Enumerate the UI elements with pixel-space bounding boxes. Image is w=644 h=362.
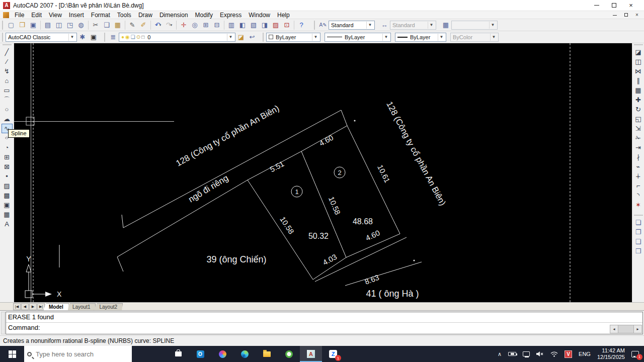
- menu-draw[interactable]: Draw: [135, 11, 156, 19]
- plot-button[interactable]: ▤: [42, 20, 53, 30]
- text-style-select[interactable]: Standard ▼: [329, 21, 375, 30]
- publish-button[interactable]: ◳: [64, 20, 75, 30]
- block-editor-button[interactable]: ✐: [138, 20, 149, 30]
- polyline-button[interactable]: ↯: [2, 66, 13, 76]
- tool-palettes-button[interactable]: ▧: [248, 20, 259, 30]
- layer-select[interactable]: ●◉❏⊙□ 0 ▼: [119, 33, 235, 42]
- make-block-button[interactable]: ⊠: [2, 162, 13, 171]
- polygon-button[interactable]: ⌂: [2, 76, 13, 85]
- mdi-minimize-button[interactable]: [612, 12, 618, 18]
- tab-model[interactable]: Model: [43, 303, 69, 310]
- zoom-window-button[interactable]: ⊞: [200, 20, 211, 30]
- move-button[interactable]: ✚: [633, 95, 644, 105]
- copy-clip-button[interactable]: ❑: [101, 20, 112, 30]
- join-button[interactable]: ∔: [633, 171, 644, 181]
- copy-button[interactable]: ◫: [633, 57, 644, 66]
- toolbar-grip[interactable]: [314, 21, 316, 30]
- toolbar-grip[interactable]: [263, 33, 265, 42]
- open-button[interactable]: ❒: [17, 20, 28, 30]
- cut-button[interactable]: ✂: [90, 20, 101, 30]
- save-workspace-button[interactable]: ▣: [88, 32, 99, 42]
- match-properties-button[interactable]: ✎: [127, 20, 138, 30]
- tab-nav-1[interactable]: ◀: [21, 303, 29, 310]
- bring-to-front-button[interactable]: ❏: [633, 218, 644, 227]
- fillet-button[interactable]: ◝: [633, 191, 644, 200]
- notification-center-icon[interactable]: 1: [631, 351, 639, 357]
- pan-realtime-button[interactable]: ✛: [178, 20, 189, 30]
- tab-nav-3[interactable]: ▶|: [37, 303, 45, 310]
- taskbar-zalo-button[interactable]: Z1: [322, 346, 344, 362]
- plot-preview-button[interactable]: ◫: [53, 20, 64, 30]
- mdi-close-button[interactable]: ×: [634, 12, 640, 18]
- line-button[interactable]: ╱: [2, 47, 13, 57]
- rotate-button[interactable]: ↻: [633, 105, 644, 114]
- linetype-select[interactable]: ByLayer ▼: [325, 33, 391, 42]
- dropdown-arrow-icon[interactable]: ▾: [171, 23, 173, 27]
- toolbar-grip[interactable]: [634, 44, 643, 46]
- ellipse-arc-button[interactable]: ◔: [2, 143, 13, 152]
- display-cast-icon[interactable]: [523, 351, 530, 356]
- sheet-set-manager-button[interactable]: ◨: [259, 20, 270, 30]
- 3d-dwf-button[interactable]: ◍: [75, 20, 87, 30]
- gradient-button[interactable]: ▩: [2, 191, 13, 200]
- redo-button[interactable]: ↷▾: [164, 20, 175, 30]
- quickcalc-button[interactable]: ⊡: [281, 20, 292, 30]
- tab-nav-0[interactable]: |◀: [13, 303, 21, 310]
- menu-format[interactable]: Format: [88, 11, 114, 19]
- multiline-text-button[interactable]: A: [2, 219, 13, 229]
- explode-button[interactable]: ✶: [633, 200, 644, 210]
- taskbar-edge-button[interactable]: [233, 346, 256, 362]
- menu-dimension[interactable]: Dimension: [156, 11, 192, 19]
- search-input[interactable]: [35, 350, 118, 358]
- restore-button[interactable]: [611, 3, 617, 9]
- break-button[interactable]: ⌁: [633, 162, 644, 171]
- designcenter-button[interactable]: ◧: [237, 20, 248, 30]
- array-button[interactable]: ▦: [633, 85, 644, 95]
- scroll-left-button[interactable]: ◂: [610, 325, 618, 333]
- scrollbar-track[interactable]: [618, 325, 633, 333]
- break-at-point-button[interactable]: ∤: [633, 152, 644, 162]
- revision-cloud-button[interactable]: ☁: [2, 114, 13, 124]
- save-button[interactable]: ▣: [28, 20, 39, 30]
- toolbar-grip[interactable]: [104, 33, 106, 42]
- construction-line-button[interactable]: ∕: [2, 57, 13, 66]
- table-button[interactable]: ▦: [2, 210, 13, 219]
- dim-style-select[interactable]: Standard ▼: [390, 21, 436, 30]
- taskbar-autocad-button[interactable]: A: [300, 346, 322, 362]
- undo-button[interactable]: ↶▾: [152, 20, 164, 30]
- chevron-down-icon[interactable]: ▼: [366, 22, 373, 29]
- command-window-grip[interactable]: [1, 312, 5, 334]
- bring-above-button[interactable]: ❑: [633, 237, 644, 246]
- chevron-down-icon[interactable]: ▼: [68, 34, 75, 41]
- scale-button[interactable]: ◱: [633, 114, 644, 124]
- taskbar-task-view-button[interactable]: [145, 346, 167, 362]
- paste-button[interactable]: ▦: [112, 20, 123, 30]
- taskbar-coccoc-button[interactable]: [278, 346, 300, 362]
- scroll-right-button[interactable]: ▸: [633, 325, 642, 333]
- mdi-restore-button[interactable]: [623, 12, 629, 18]
- taskbar-search[interactable]: [24, 346, 132, 362]
- mirror-button[interactable]: ⋈: [633, 66, 644, 76]
- rectangle-button[interactable]: ▭: [2, 85, 13, 95]
- taskbar-copilot-button[interactable]: [211, 346, 233, 362]
- taskbar-store-button[interactable]: [167, 346, 189, 362]
- send-to-back-button[interactable]: ❐: [633, 227, 644, 237]
- trim-button[interactable]: ✁: [633, 133, 644, 143]
- vietkey-icon[interactable]: V: [565, 350, 572, 358]
- chevron-down-icon[interactable]: ▼: [312, 34, 319, 41]
- erase-button[interactable]: ◪: [633, 47, 644, 57]
- menu-help[interactable]: Help: [274, 11, 293, 19]
- arc-button[interactable]: ⌒: [2, 95, 13, 105]
- workspace-select[interactable]: AutoCAD Classic ▼: [6, 33, 77, 42]
- drawing-canvas[interactable]: 128 (Công ty cổ phần An Biên)ngõ đi riên…: [14, 43, 632, 302]
- tab-layout2[interactable]: Layout2: [94, 303, 123, 310]
- lineweight-select[interactable]: ByLayer ▼: [395, 33, 446, 42]
- command-prompt[interactable]: Command:: [6, 323, 642, 333]
- insert-block-button[interactable]: ⊞: [2, 152, 13, 162]
- menu-modify[interactable]: Modify: [192, 11, 216, 19]
- tray-chevron-icon[interactable]: ∧: [498, 351, 502, 357]
- language-indicator[interactable]: ENG: [579, 351, 591, 357]
- workspace-settings-button[interactable]: ✱: [77, 32, 88, 42]
- battery-icon[interactable]: [508, 352, 516, 356]
- stretch-button[interactable]: ⇲: [633, 124, 644, 133]
